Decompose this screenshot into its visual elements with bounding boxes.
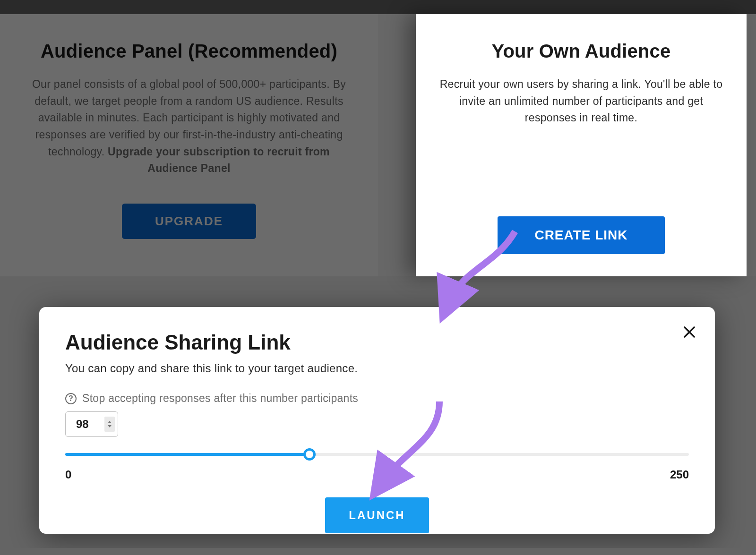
own-audience-description: Recruit your own users by sharing a link… <box>435 76 728 127</box>
close-icon <box>682 325 696 339</box>
slider-max-label: 250 <box>670 468 689 481</box>
audience-selection-region: Audience Panel (Recommended) Our panel c… <box>0 0 756 276</box>
modal-subtitle: You can copy and share this link to your… <box>65 362 689 375</box>
slider-range-labels: 0 250 <box>65 468 689 481</box>
chevron-down-icon[interactable] <box>108 425 112 427</box>
audience-panel-description: Our panel consists of a global pool of 5… <box>26 76 352 177</box>
own-audience-card[interactable]: Your Own Audience Recruit your own users… <box>416 14 747 276</box>
audience-sharing-link-modal: Audience Sharing Link You can copy and s… <box>39 307 715 534</box>
stop-label: Stop accepting responses after this numb… <box>82 392 358 405</box>
launch-button[interactable]: LAUNCH <box>325 497 429 533</box>
audience-panel-desc-bold: Upgrade your subscription to recruit fro… <box>108 145 330 175</box>
chevron-up-icon[interactable] <box>108 421 112 423</box>
participant-slider[interactable] <box>65 448 689 461</box>
audience-panel-title: Audience Panel (Recommended) <box>19 41 359 62</box>
slider-min-label: 0 <box>65 468 71 481</box>
own-audience-title: Your Own Audience <box>435 41 728 62</box>
audience-panel-card: Audience Panel (Recommended) Our panel c… <box>0 14 378 276</box>
close-button[interactable] <box>681 324 698 341</box>
stepper-spinner[interactable] <box>104 417 115 432</box>
create-link-button[interactable]: CREATE LINK <box>498 216 664 254</box>
modal-title: Audience Sharing Link <box>65 331 689 354</box>
slider-thumb[interactable] <box>303 448 316 461</box>
help-icon[interactable]: ? <box>65 393 77 404</box>
slider-fill <box>65 453 309 456</box>
bottom-band <box>0 548 756 555</box>
upgrade-button[interactable]: UPGRADE <box>122 204 256 239</box>
stop-row: ? Stop accepting responses after this nu… <box>65 392 689 405</box>
participant-count-input[interactable] <box>76 418 103 431</box>
participant-count-stepper[interactable] <box>65 411 118 437</box>
